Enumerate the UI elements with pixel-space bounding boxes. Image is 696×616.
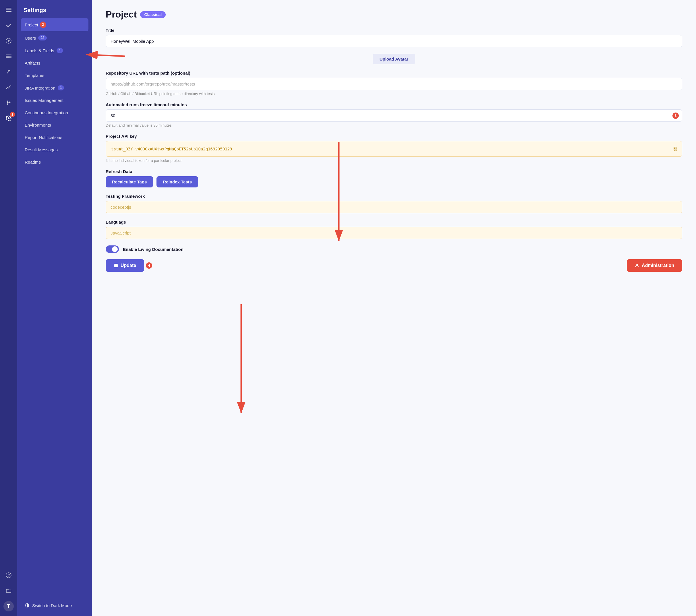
svg-rect-10 — [10, 58, 12, 58]
hamburger-icon[interactable] — [3, 4, 14, 15]
language-section: Language — [106, 220, 682, 239]
freeze-timeout-input[interactable] — [106, 109, 682, 122]
freeze-timeout-label: Automated runs freeze timeout minutes — [106, 102, 682, 107]
reindex-tests-button[interactable]: Reindex Tests — [157, 176, 198, 188]
sidebar: Settings Project 2 Users 22 Labels & Fie… — [17, 0, 92, 616]
dark-mode-label: Switch to Dark Mode — [32, 603, 72, 608]
chart-icon[interactable] — [3, 82, 14, 93]
arrow-icon[interactable] — [3, 67, 14, 77]
svg-rect-0 — [6, 8, 12, 9]
svg-rect-18 — [114, 265, 118, 267]
repo-url-hint: GitHub / GitLab / Bitbucket URL pointing… — [106, 92, 682, 96]
sidebar-title: Settings — [21, 4, 89, 18]
bottom-actions: Update 4 Administration — [106, 259, 682, 272]
main-content: Project Classical Title Upload Avatar Re… — [92, 0, 696, 616]
api-key-hint: It is the individual token for a particu… — [106, 159, 682, 163]
users-badge: 22 — [38, 35, 47, 40]
svg-rect-6 — [6, 56, 10, 56]
sidebar-item-issues[interactable]: Issues Management — [21, 94, 89, 106]
freeze-timeout-section: Automated runs freeze timeout minutes 3 … — [106, 102, 682, 127]
repo-url-input[interactable] — [106, 78, 682, 90]
sidebar-label-templates: Templates — [25, 73, 44, 78]
icon-rail: 1 ? T — [0, 0, 17, 616]
svg-rect-1 — [6, 10, 12, 10]
svg-rect-7 — [6, 58, 10, 58]
administration-button[interactable]: Administration — [627, 259, 682, 272]
repo-url-section: Repository URL with tests path (optional… — [106, 70, 682, 96]
living-doc-toggle[interactable] — [106, 245, 119, 253]
play-icon[interactable] — [3, 36, 14, 46]
sidebar-label-report-notifications: Report Notifications — [25, 135, 62, 140]
api-key-section: Project API key tstmt_0ZY-v4O0CxAUXtwxPq… — [106, 134, 682, 163]
testing-framework-input[interactable] — [106, 201, 682, 213]
labels-badge: 4 — [57, 48, 63, 53]
sidebar-item-result-messages[interactable]: Result Messages — [21, 144, 89, 156]
branch-icon[interactable] — [3, 98, 14, 108]
settings-icon[interactable]: 1 — [3, 113, 14, 124]
avatar-section: Upload Avatar — [106, 54, 682, 64]
sidebar-item-report-notifications[interactable]: Report Notifications — [21, 131, 89, 143]
sidebar-label-environments: Environments — [25, 123, 51, 127]
freeze-timeout-hint: Default and minimal value is 30 minutes — [106, 123, 682, 127]
sidebar-label-readme: Readme — [25, 160, 41, 164]
dark-mode-toggle[interactable]: Switch to Dark Mode — [21, 599, 89, 612]
svg-rect-8 — [10, 54, 12, 55]
svg-rect-17 — [114, 264, 118, 265]
help-icon[interactable]: ? — [3, 570, 14, 580]
settings-badge: 1 — [10, 112, 15, 117]
living-doc-label: Enable Living Documentation — [123, 247, 184, 252]
sidebar-item-templates[interactable]: Templates — [21, 69, 89, 81]
folder-icon[interactable] — [3, 586, 14, 596]
language-label: Language — [106, 220, 682, 225]
language-input[interactable] — [106, 227, 682, 239]
living-doc-section: Enable Living Documentation — [106, 245, 682, 253]
svg-point-12 — [7, 103, 8, 105]
freeze-annotation-badge: 3 — [673, 113, 679, 119]
check-icon[interactable] — [3, 20, 14, 30]
jira-badge: 1 — [58, 85, 64, 91]
title-section: Title — [106, 28, 682, 47]
sidebar-item-ci[interactable]: Continuous Integration — [21, 107, 89, 118]
sidebar-item-users[interactable]: Users 22 — [21, 32, 89, 44]
testing-framework-section: Testing Framework — [106, 194, 682, 213]
update-annotation-badge: 4 — [146, 262, 152, 269]
svg-rect-9 — [10, 56, 12, 56]
sidebar-item-environments[interactable]: Environments — [21, 119, 89, 131]
administration-label: Administration — [642, 263, 674, 268]
upload-avatar-button[interactable]: Upload Avatar — [373, 54, 415, 64]
sidebar-label-issues: Issues Management — [25, 98, 63, 103]
list-icon[interactable] — [3, 51, 14, 61]
api-key-box: tstmt_0ZY-v4O0CxAUXtwxPqMaQpET52sUb1Qa2g… — [106, 141, 682, 157]
page-title: Project — [106, 9, 137, 20]
recalculate-tags-button[interactable]: Recalculate Tags — [106, 176, 153, 188]
sidebar-label-project: Project — [25, 22, 38, 27]
copy-api-key-icon[interactable]: ⎘ — [674, 146, 677, 152]
refresh-buttons-group: Recalculate Tags Reindex Tests — [106, 176, 682, 188]
page-header: Project Classical — [106, 9, 682, 20]
svg-rect-2 — [6, 11, 12, 12]
update-label: Update — [121, 263, 136, 268]
sidebar-label-artifacts: Artifacts — [25, 61, 40, 65]
api-key-label: Project API key — [106, 134, 682, 139]
svg-marker-4 — [8, 39, 10, 42]
project-type-badge: Classical — [140, 11, 166, 18]
sidebar-item-labels-fields[interactable]: Labels & Fields 4 — [21, 45, 89, 56]
refresh-data-label: Refresh Data — [106, 169, 682, 174]
sidebar-item-readme[interactable]: Readme — [21, 156, 89, 168]
repo-url-label: Repository URL with tests path (optional… — [106, 70, 682, 76]
title-label: Title — [106, 28, 682, 33]
api-key-value: tstmt_0ZY-v4O0CxAUXtwxPqMaQpET52sUb1Qa2g… — [111, 147, 232, 151]
title-input[interactable] — [106, 35, 682, 47]
svg-rect-5 — [6, 54, 10, 55]
project-badge: 2 — [40, 21, 46, 28]
sidebar-label-labels-fields: Labels & Fields — [25, 48, 54, 53]
refresh-data-section: Refresh Data Recalculate Tags Reindex Te… — [106, 169, 682, 188]
sidebar-item-project[interactable]: Project 2 — [21, 18, 89, 31]
sidebar-label-jira: JIRA Integration — [25, 85, 56, 91]
sidebar-item-artifacts[interactable]: Artifacts — [21, 57, 89, 69]
user-avatar[interactable]: T — [3, 601, 14, 612]
update-button[interactable]: Update — [106, 259, 144, 272]
sidebar-label-result-messages: Result Messages — [25, 147, 58, 152]
svg-point-11 — [7, 101, 8, 102]
sidebar-item-jira[interactable]: JIRA Integration 1 — [21, 82, 89, 94]
